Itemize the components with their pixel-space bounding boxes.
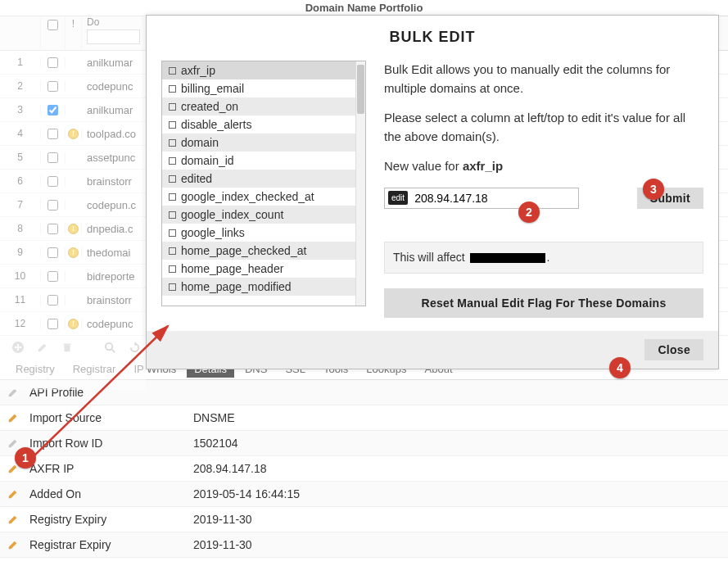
checkbox-icon [169,175,176,183]
checkbox-icon [169,265,176,273]
reset-flag-button[interactable]: Reset Manual Edit Flag For These Domains [384,288,703,318]
detail-row: Registrar Expiry2019-11-30 [0,532,728,558]
modal-intro-2: Please select a column at left/top to ed… [384,109,703,146]
column-option[interactable]: created_on [162,97,355,115]
column-option-label: edited [181,172,212,185]
detail-row: AXFR IP208.94.147.18 [0,456,728,482]
checkbox-icon [169,139,176,147]
new-value-label: New value for axfr_ip [384,157,703,176]
column-option[interactable]: home_page_modified [162,278,355,296]
redacted-domain [470,253,545,263]
checkbox-icon [169,157,176,165]
callout-2: 2 [518,201,540,223]
edit-field-icon[interactable] [0,488,26,500]
column-option[interactable]: billing_email [162,79,355,97]
callout-3: 3 [643,179,664,200]
edit-field-icon[interactable] [0,412,26,423]
detail-row: Import SourceDNSME [0,405,728,431]
checkbox-icon [169,85,176,93]
column-list[interactable]: axfr_ipbilling_emailcreated_ondisable_al… [161,61,366,306]
column-option[interactable]: home_page_checked_at [162,242,355,260]
column-option[interactable]: google_links [162,224,355,242]
detail-value: 2019-05-14 16:44:15 [190,487,728,500]
new-value-input-wrap: edit [384,188,579,209]
detail-label: Added On [26,487,190,500]
close-button[interactable]: Close [644,339,703,360]
new-value-input[interactable] [414,192,575,205]
detail-row: Import Row ID1502104 [0,431,728,456]
column-option[interactable]: google_index_count [162,206,355,224]
edit-field-icon[interactable] [0,514,26,525]
detail-label: Import Row ID [26,437,190,450]
callout-4: 4 [609,357,631,378]
checkbox-icon [169,121,176,129]
checkbox-icon [169,229,176,237]
column-option-label: domain [181,136,219,149]
column-option-label: google_index_count [181,208,283,221]
modal-intro-1: Bulk Edit allows you to manually edit th… [384,61,703,97]
column-option-label: axfr_ip [181,64,215,77]
checkbox-icon [169,283,176,291]
detail-value: 208.94.147.18 [190,462,728,475]
details-panel: API ProfileImport SourceDNSMEImport Row … [0,379,728,558]
column-option-label: home_page_checked_at [181,244,306,257]
column-option[interactable]: domain_id [162,152,355,170]
column-option-label: billing_email [181,82,244,95]
detail-value: 2019-11-30 [190,513,728,526]
detail-value: 1502104 [190,437,728,450]
checkbox-icon [169,67,176,75]
column-option-label: home_page_modified [181,280,292,293]
column-option-label: home_page_header [181,262,283,275]
callout-1: 1 [15,447,36,469]
column-list-scrollbar[interactable] [355,61,365,306]
detail-value: 2019-11-30 [190,538,728,551]
column-option[interactable]: disable_alerts [162,115,355,134]
bulk-edit-modal: BULK EDIT axfr_ipbilling_emailcreated_on… [146,15,719,369]
column-option-label: created_on [181,100,238,113]
column-option-label: google_index_checked_at [181,190,314,203]
column-option-label: google_links [181,226,245,239]
detail-label: AXFR IP [26,462,190,475]
checkbox-icon [169,103,176,111]
detail-row: Added On2019-05-14 16:44:15 [0,482,728,507]
detail-label: Registrar Expiry [26,538,190,551]
detail-label: Registry Expiry [26,513,190,526]
detail-value: DNSME [190,411,728,424]
column-option[interactable]: domain [162,134,355,152]
checkbox-icon [169,193,176,201]
column-option-label: domain_id [181,154,234,167]
column-option[interactable]: axfr_ip [162,61,355,79]
checkbox-icon [169,247,176,255]
detail-row: Registry Expiry2019-11-30 [0,507,728,532]
detail-label: Import Source [26,411,190,424]
column-option-label: disable_alerts [181,118,251,131]
modal-title: BULK EDIT [147,16,718,61]
edit-badge: edit [388,191,408,205]
affect-notice: This will affect . [384,242,703,274]
edit-field-icon[interactable] [0,539,26,550]
column-option[interactable]: home_page_header [162,260,355,278]
checkbox-icon [169,211,176,219]
column-option[interactable]: google_index_checked_at [162,188,355,206]
column-option[interactable]: edited [162,170,355,188]
